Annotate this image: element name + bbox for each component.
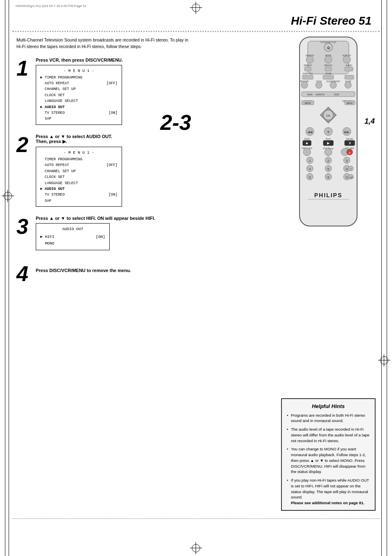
svg-text:■: ■: [306, 141, 308, 145]
svg-text:STANDBY/ON: STANDBY/ON: [321, 41, 337, 44]
svg-text:●: ●: [349, 152, 350, 154]
step-2-menu-title: - M E N U 1 -: [40, 150, 118, 156]
menu-item: CHANNEL SET UP: [40, 86, 118, 92]
svg-text:9: 9: [327, 175, 330, 179]
menu-item: CLOCK SET: [40, 174, 118, 180]
svg-text:MENU: MENU: [347, 102, 353, 104]
content-left: Multi-Channel Television Sound system br…: [16, 37, 193, 259]
step-14-label: 1,4: [364, 117, 375, 126]
svg-rect-21: [345, 75, 354, 79]
hints-item-4: If you play non-Hi-Fi tapes while AUDIO …: [287, 478, 370, 506]
svg-rect-20: [323, 75, 334, 79]
step-1-number: 1: [16, 58, 31, 79]
remote-control-area: ⏻ STANDBY/ON SEARCH MODE DISPLAY REPEAT …: [281, 35, 376, 232]
step-2-block: 2 Press ▲ or ▼ to select AUDIO OUT. Then…: [16, 134, 193, 207]
svg-text:OK: OK: [326, 114, 330, 117]
svg-point-8: [306, 56, 314, 63]
menu-item: AUTO REPEAT[OFF]: [40, 162, 118, 168]
step-3-content: Press ▲ or ▼ to select HIFI. ON will app…: [36, 216, 193, 250]
menu-item-highlighted: ► AUDIO OUT: [40, 104, 118, 110]
side-bar-left: [5, 0, 9, 556]
svg-text:AUDIO: AUDIO: [346, 64, 352, 67]
hints-bold-note: Please see additional notes on page 81.: [291, 501, 364, 505]
menu-item: TV STEREO[ON]: [40, 192, 118, 198]
svg-point-29: [345, 82, 351, 88]
menu-item: LANGUAGE SELECT: [40, 98, 118, 104]
svg-text:8: 8: [309, 175, 311, 179]
step-2-menu: - M E N U 1 - TIMER PROGRAMMING AUTO REP…: [36, 147, 122, 207]
step-3-number: 3: [16, 216, 31, 237]
crosshair-top: [190, 2, 202, 14]
svg-text:◀◀: ◀◀: [307, 130, 313, 134]
dots-line-top: [12, 31, 380, 32]
svg-rect-14: [304, 67, 311, 71]
svg-text:PLAY: PLAY: [326, 138, 331, 140]
step-1-menu: - M E N U 1 - ► TIMER PROGRAMMING AUTO R…: [36, 65, 122, 125]
step-3-label: Press ▲ or ▼ to select HIFI. ON will app…: [36, 216, 193, 221]
svg-text:⏸: ⏸: [348, 141, 351, 145]
intro-text: Multi-Channel Television Sound system br…: [16, 37, 193, 50]
svg-text:VCR: VCR: [334, 93, 339, 96]
svg-text:▶▶: ▶▶: [344, 130, 350, 134]
hints-item-2: The audio level of a tape recorded in Hi…: [287, 427, 370, 443]
svg-text:▼: ▼: [327, 130, 330, 134]
side-bar-right: [381, 0, 387, 556]
svg-text:+10: +10: [349, 176, 353, 179]
svg-text:4: 4: [309, 167, 311, 171]
step-2-label: Press ▲ or ▼ to select AUDIO OUT. Then, …: [36, 134, 193, 144]
step-3-audio-box: AUDIO OUT ► HIFI[ON] MONO: [36, 223, 110, 250]
svg-point-65: [325, 148, 332, 156]
crosshair-bottom: [190, 542, 202, 554]
svg-text:▶: ▶: [327, 141, 330, 145]
step-2-number: 2: [16, 134, 31, 155]
step-4-number: 4: [16, 263, 31, 284]
svg-rect-15: [325, 67, 332, 71]
svg-text:PAUSE: PAUSE: [346, 138, 353, 140]
svg-point-10: [343, 56, 350, 63]
menu-item: TIMER PROGRAMMING: [40, 157, 118, 162]
step-1-menu-title: - M E N U 1 -: [40, 68, 118, 74]
menu-item: SAP: [40, 116, 118, 122]
step-3-block: 3 Press ▲ or ▼ to select HIFI. ON will a…: [16, 216, 193, 250]
svg-point-64: [303, 148, 311, 156]
print-info: H9420UD(p1-51).QX4 03.7.18 0:00 PM Page …: [16, 4, 86, 8]
hints-title: Helpful Hints: [287, 403, 370, 409]
svg-text:STOP: STOP: [304, 138, 310, 140]
step-2-content: Press ▲ or ▼ to select AUDIO OUT. Then, …: [36, 134, 193, 207]
menu-item: AUTO REPEAT[OFF]: [40, 81, 118, 86]
audio-box-title: AUDIO OUT: [40, 226, 105, 233]
svg-text:VCR/TV: VCR/TV: [316, 93, 325, 96]
helpful-hints-box: Helpful Hints Programs are recorded in b…: [281, 398, 376, 511]
page-container: H9420UD(p1-51).QX4 03.7.18 0:00 PM Page …: [0, 0, 392, 556]
dots-line-bottom: [12, 518, 380, 519]
svg-text:MENU: MENU: [305, 102, 311, 104]
svg-text:REPEAT: REPEAT: [304, 64, 312, 67]
svg-text:5: 5: [327, 167, 330, 171]
step-4-content: Press DISC/VCR/MENU to remove the menu.: [36, 263, 131, 275]
audio-box-item: ► HIFI[ON]: [40, 234, 105, 240]
svg-text:PHILIPS: PHILIPS: [314, 192, 342, 198]
menu-item: CHANNEL SET UP: [40, 168, 118, 174]
step-23-label: 2-3: [160, 110, 191, 135]
svg-text:3: 3: [346, 159, 348, 163]
svg-text:2: 2: [327, 159, 330, 163]
svg-rect-16: [345, 67, 353, 71]
menu-item: CLOCK SET: [40, 92, 118, 98]
step-4-block: 4 Press DISC/VCR/MENU to remove the menu…: [16, 263, 131, 284]
hints-item-1: Programs are recorded in both Hi-Fi ster…: [287, 413, 370, 424]
svg-point-28: [330, 82, 337, 88]
menu-item: ► TIMER PROGRAMMING: [40, 75, 118, 81]
audio-box-item: MONO: [40, 240, 105, 247]
svg-text:0: 0: [346, 175, 348, 179]
svg-text:ZOOM: ZOOM: [325, 72, 332, 75]
svg-text:1: 1: [309, 159, 311, 163]
hints-item-3: You can change to MONO if you want monau…: [287, 446, 370, 475]
svg-text:6: 6: [346, 167, 348, 171]
svg-rect-19: [302, 75, 313, 79]
crosshair-right: [378, 354, 390, 367]
svg-text:DVD: DVD: [307, 93, 313, 96]
svg-point-27: [316, 82, 322, 88]
step-4-label: Press DISC/VCR/MENU to remove the menu.: [36, 263, 131, 273]
svg-point-26: [301, 82, 308, 88]
svg-text:⏻: ⏻: [327, 46, 330, 50]
